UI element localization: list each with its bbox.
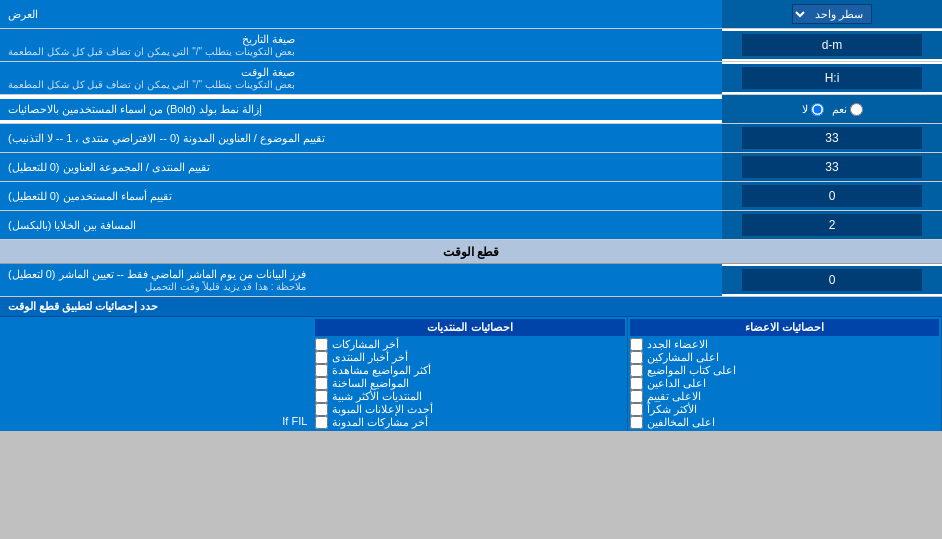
list-item: أحدث الإعلانات المبوبة	[315, 403, 624, 416]
bold-yes-radio[interactable]	[850, 103, 863, 116]
display-dropdown[interactable]: سطر واحد سطران ثلاثة أسطر	[792, 4, 872, 24]
list-item: اعلى كتاب المواضيع	[630, 364, 939, 377]
checkbox-top-rated[interactable]	[630, 390, 643, 403]
bold-no-radio[interactable]	[811, 103, 824, 116]
time-format-input[interactable]	[742, 67, 922, 89]
cells-label: المسافة بين الخلايا (بالبكسل)	[0, 211, 722, 239]
list-item: الأكثر شكراً	[630, 403, 939, 416]
cutoff-row: فرز البيانات من يوم الماشر الماضي فقط --…	[0, 264, 942, 297]
list-item: أخر مشاركات المدونة	[315, 416, 624, 429]
cutoff-label: فرز البيانات من يوم الماشر الماضي فقط --…	[0, 264, 722, 296]
stats-columns: احصائيات الاعضاء الاعضاء الجدد اعلى المش…	[0, 317, 942, 431]
checkbox-most-viewed[interactable]	[315, 364, 328, 377]
bold-radio-area: نعم لا	[722, 95, 942, 123]
checkbox-new-members[interactable]	[630, 338, 643, 351]
top-select-area: سطر واحد سطران ثلاثة أسطر	[722, 0, 942, 28]
list-item: اعلى الداعين	[630, 377, 939, 390]
time-format-label: صيغة الوقت بعض التكوينات يتطلب "/" التي …	[0, 62, 722, 94]
cells-row: المسافة بين الخلايا (بالبكسل)	[0, 211, 942, 240]
checkbox-last-blog-posts[interactable]	[315, 416, 328, 429]
checkbox-last-news[interactable]	[315, 351, 328, 364]
usernames-input[interactable]	[742, 185, 922, 207]
stats-section: حدد إحصائيات لتطبيق قطع الوقت احصائيات ا…	[0, 297, 942, 431]
list-item: أكثر المواضيع مشاهدة	[315, 364, 624, 377]
stats-col-members: احصائيات الاعضاء الاعضاء الجدد اعلى المش…	[628, 317, 942, 431]
cells-input[interactable]	[742, 214, 922, 236]
checkbox-top-inviters[interactable]	[630, 377, 643, 390]
topics-label: تقييم الموضوع / العناوين المدونة (0 -- ا…	[0, 124, 722, 152]
checkbox-top-violators[interactable]	[630, 416, 643, 429]
list-item: الاعلى تقييم	[630, 390, 939, 403]
topics-input-area	[722, 124, 942, 152]
checkbox-top-topic-writers[interactable]	[630, 364, 643, 377]
members-col-header: احصائيات الاعضاء	[630, 319, 939, 336]
bold-row: إزالة نمط بولد (Bold) من اسماء المستخدمي…	[0, 95, 942, 124]
list-item: أخر المشاركات	[315, 338, 624, 351]
bold-label: إزالة نمط بولد (Bold) من اسماء المستخدمي…	[0, 99, 722, 120]
date-format-input-area	[722, 31, 942, 59]
list-item: أخر أخبار المنتدى	[315, 351, 624, 364]
usernames-label: تقييم أسماء المستخدمين (0 للتعطيل)	[0, 182, 722, 210]
checkbox-latest-classified[interactable]	[315, 403, 328, 416]
checkbox-most-popular-forums[interactable]	[315, 390, 328, 403]
cutoff-input[interactable]	[742, 269, 922, 291]
forum-label: تقييم المنتدى / المجموعة العناوين (0 للت…	[0, 153, 722, 181]
stats-col-forums: احصائيات المنتديات أخر المشاركات أخر أخب…	[313, 317, 627, 431]
list-item: اعلى المخالفين	[630, 416, 939, 429]
date-format-row: صيغة التاريخ بعض التكوينات يتطلب "/" الت…	[0, 29, 942, 62]
checkbox-most-thanked[interactable]	[630, 403, 643, 416]
stats-col-note: If FIL	[0, 317, 313, 431]
time-format-row: صيغة الوقت بعض التكوينات يتطلب "/" التي …	[0, 62, 942, 95]
list-item: الاعضاء الجدد	[630, 338, 939, 351]
checkbox-last-posts[interactable]	[315, 338, 328, 351]
bold-no-label: لا	[802, 103, 824, 116]
list-item: اعلى المشاركين	[630, 351, 939, 364]
list-item: المواضيع الساخنة	[315, 377, 624, 390]
stats-note: حدد إحصائيات لتطبيق قطع الوقت	[0, 297, 942, 316]
top-row-label: العرض	[0, 0, 722, 28]
forums-col-header: احصائيات المنتديات	[315, 319, 624, 336]
top-row: العرض سطر واحد سطران ثلاثة أسطر	[0, 0, 942, 29]
stats-fil-note: If FIL	[2, 413, 311, 429]
usernames-input-area	[722, 182, 942, 210]
topics-row: تقييم الموضوع / العناوين المدونة (0 -- ا…	[0, 124, 942, 153]
stats-header-row: حدد إحصائيات لتطبيق قطع الوقت	[0, 297, 942, 317]
cutoff-section-header: قطع الوقت	[0, 240, 942, 264]
bold-yes-label: نعم	[832, 103, 863, 116]
forum-row: تقييم المنتدى / المجموعة العناوين (0 للت…	[0, 153, 942, 182]
time-format-input-area	[722, 64, 942, 92]
checkbox-top-posters[interactable]	[630, 351, 643, 364]
date-format-input[interactable]	[742, 34, 922, 56]
usernames-row: تقييم أسماء المستخدمين (0 للتعطيل)	[0, 182, 942, 211]
cutoff-input-area	[722, 266, 942, 294]
date-format-label: صيغة التاريخ بعض التكوينات يتطلب "/" الت…	[0, 29, 722, 61]
cells-input-area	[722, 211, 942, 239]
checkbox-hot-topics[interactable]	[315, 377, 328, 390]
forum-input-area	[722, 153, 942, 181]
topics-input[interactable]	[742, 127, 922, 149]
forum-input[interactable]	[742, 156, 922, 178]
list-item: المنتديات الأكثر شبية	[315, 390, 624, 403]
